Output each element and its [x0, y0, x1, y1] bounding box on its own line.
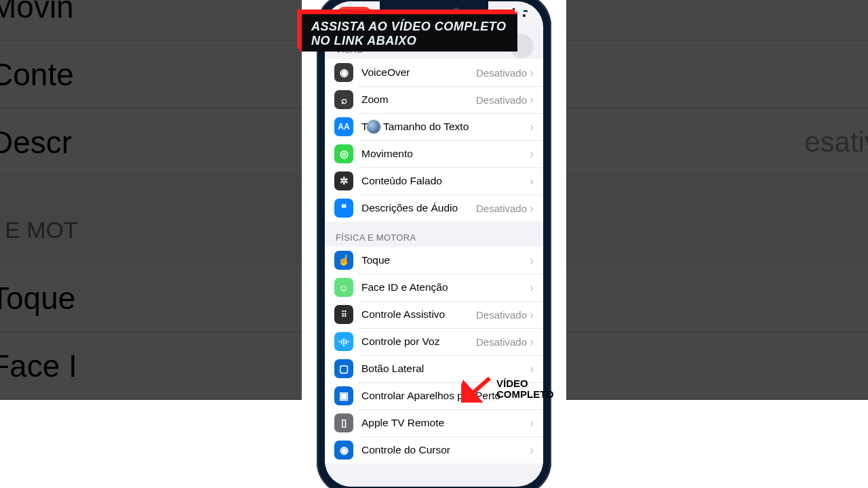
bg-row: ›	[549, 264, 868, 332]
row-appletv-remote[interactable]: ▯ Apple TV Remote ›	[325, 409, 543, 436]
row-label: Movimento	[361, 148, 530, 160]
row-text-size[interactable]: AA TexxTamanho do Texto ›	[325, 113, 543, 140]
phone-screen: 13:17 VISÃO ◉ VoiceOver Desativado ›	[325, 1, 543, 487]
row-zoom[interactable]: ⌕ Zoom Desativado ›	[325, 86, 543, 113]
row-label: Toque	[361, 254, 530, 266]
nearby-icon: ▣	[334, 386, 353, 405]
chevron-right-icon: ›	[530, 201, 534, 216]
wifi-icon	[519, 8, 530, 17]
row-label: Zoom	[361, 94, 476, 106]
list-motora: ☝ Toque › ☺ Face ID e Atenção › ⠿ Contro…	[325, 247, 543, 464]
row-motion[interactable]: ◎ Movimento ›	[325, 140, 543, 167]
top-banner-line1: Assista ao vídeo completo	[311, 20, 507, 34]
row-status: Desativado	[476, 203, 527, 214]
motion-icon: ◎	[334, 144, 353, 163]
zoom-icon: ⌕	[334, 90, 353, 109]
top-banner-line2: no link abaixo	[311, 34, 507, 48]
bg-row: ❝Descr	[0, 108, 319, 176]
row-status: Desativado	[476, 336, 527, 348]
audiodesc-icon: ❝	[334, 199, 353, 218]
bg-row: ☺Face I	[0, 332, 319, 400]
bg-row	[549, 176, 868, 264]
bg-row: ☝Toque	[0, 264, 319, 332]
svg-line-0	[468, 378, 490, 397]
chevron-right-icon: ›	[530, 66, 534, 80]
speech-icon: ✲	[334, 171, 353, 190]
cursor-dot	[367, 120, 380, 134]
bg-row: ◎Movin	[0, 0, 319, 41]
callout-line2: COMPLETO	[496, 389, 554, 401]
bg-row: ›	[549, 332, 868, 400]
row-faceid[interactable]: ☺ Face ID e Atenção ›	[325, 274, 543, 301]
arrow-callout: VÍDEO COMPLETO	[461, 375, 554, 403]
bg-row: ✲Conte	[0, 41, 319, 108]
row-label: Face ID e Atenção	[361, 281, 530, 293]
row-voiceover[interactable]: ◉ VoiceOver Desativado ›	[325, 59, 543, 86]
chevron-right-icon: ›	[530, 281, 534, 295]
chevron-right-icon: ›	[530, 93, 534, 107]
appletv-icon: ▯	[334, 413, 353, 432]
assistive-icon: ⠿	[334, 305, 353, 324]
list-visao: ◉ VoiceOver Desativado › ⌕ Zoom Desativa…	[325, 59, 543, 222]
row-status: Desativado	[476, 309, 527, 321]
row-label: Controle do Cursor	[361, 444, 530, 456]
chevron-right-icon: ›	[530, 416, 534, 430]
row-label: Descrições de Áudio	[361, 202, 476, 214]
callout-line1: VÍDEO	[496, 378, 554, 390]
voiceover-icon: ◉	[334, 63, 353, 82]
row-label-post: Tamanho do Texto	[383, 121, 469, 132]
row-audiodesc[interactable]: ❝ Descrições de Áudio Desativado ›	[325, 195, 543, 222]
bg-row: ›	[549, 0, 868, 41]
row-status: Desativado	[476, 94, 527, 106]
phone-frame: 13:17 VISÃO ◉ VoiceOver Desativado ›	[317, 0, 551, 488]
row-voice-control[interactable]: ·ı|ı· Controle por Voz Desativado ›	[325, 328, 543, 355]
callout-text: VÍDEO COMPLETO	[496, 378, 554, 401]
voice-icon: ·ı|ı·	[334, 332, 353, 351]
bg-row: ›	[549, 41, 868, 108]
chevron-right-icon: ›	[530, 308, 534, 322]
chevron-right-icon: ›	[530, 120, 534, 134]
row-status: Desativado	[476, 67, 527, 79]
row-label: Controle Assistivo	[361, 308, 476, 321]
side-button-icon: ▢	[334, 359, 353, 378]
row-assistive[interactable]: ⠿ Controle Assistivo Desativado ›	[325, 301, 543, 328]
row-speech[interactable]: ✲ Conteúdo Falado ›	[325, 167, 543, 195]
row-label: Conteúdo Falado	[361, 175, 530, 187]
row-label: Apple TV Remote	[361, 417, 530, 429]
faceid-icon: ☺	[334, 278, 353, 297]
row-label: Controle por Voz	[361, 336, 476, 348]
cursor-icon: ◉	[334, 441, 353, 460]
touch-icon: ☝	[334, 251, 353, 270]
chevron-right-icon: ›	[530, 174, 534, 188]
chevron-right-icon: ›	[530, 362, 534, 376]
row-touch[interactable]: ☝ Toque ›	[325, 247, 543, 274]
chevron-right-icon: ›	[530, 253, 534, 268]
top-banner-badge: Assista ao vídeo completo no link abaixo	[300, 12, 517, 52]
row-cursor-control[interactable]: ◉ Controle do Cursor ›	[325, 436, 543, 464]
chevron-right-icon: ›	[530, 335, 534, 349]
arrow-icon	[461, 375, 492, 403]
section-header-motora: FÍSICA E MOTORA	[325, 222, 543, 247]
row-label: Botão Lateral	[361, 363, 530, 375]
chevron-right-icon: ›	[530, 443, 534, 458]
text-size-icon: AA	[334, 117, 353, 136]
chevron-right-icon: ›	[530, 147, 534, 161]
bg-row: esativado›	[549, 108, 868, 176]
settings-content: VISÃO ◉ VoiceOver Desativado › ⌕ Zoom De…	[325, 34, 543, 487]
row-label: VoiceOver	[361, 66, 476, 79]
bg-row: FÍSICA E MOT	[0, 176, 319, 264]
center-strip: 13:17 VISÃO ◉ VoiceOver Desativado ›	[302, 0, 566, 488]
row-label: TexxTamanho do Texto	[361, 121, 530, 133]
